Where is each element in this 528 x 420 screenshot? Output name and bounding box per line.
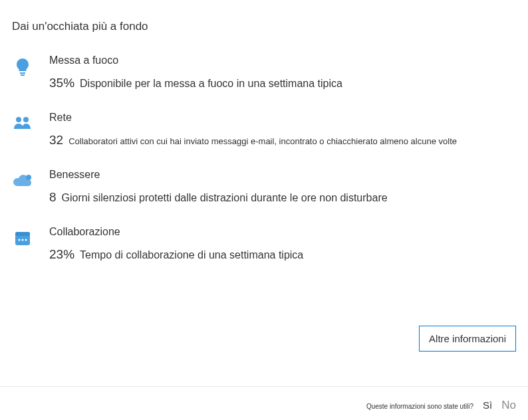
insights-container: Dai un'occhiata più a fondo Messa a fuoc…	[0, 0, 528, 262]
insight-description: Giorni silenziosi protetti dalle distraz…	[62, 192, 388, 204]
insight-description: Collaboratori attivi con cui hai inviato…	[68, 136, 457, 146]
insight-value: 8	[49, 190, 57, 205]
divider	[0, 386, 528, 387]
svg-point-3	[23, 117, 29, 122]
insight-label: Collaborazione	[49, 226, 516, 238]
calendar-icon	[12, 227, 33, 249]
insight-description: Disponibile per la messa a fuoco in una …	[80, 78, 342, 90]
section-title: Dai un'occhiata più a fondo	[12, 20, 516, 33]
insight-label: Rete	[49, 112, 516, 124]
insight-value: 32	[49, 133, 63, 148]
insight-label: Messa a fuoco	[49, 54, 516, 66]
svg-point-2	[16, 117, 21, 122]
insight-description: Tempo di collaborazione di una settimana…	[80, 249, 303, 261]
svg-point-9	[25, 239, 27, 241]
feedback-footer: Queste informazioni sono state utili? Sì…	[366, 399, 516, 412]
insight-value: 35%	[49, 76, 74, 90]
insight-wellbeing: Benessere 8 Giorni silenziosi protetti d…	[12, 169, 516, 205]
cloud-icon	[12, 170, 33, 191]
svg-rect-0	[20, 72, 25, 74]
svg-point-8	[22, 239, 24, 241]
svg-rect-6	[15, 232, 30, 236]
feedback-question: Queste informazioni sono state utili?	[366, 403, 473, 410]
feedback-yes-button[interactable]: Sì	[483, 399, 492, 411]
people-icon	[12, 113, 33, 134]
insight-network: Rete 32 Collaboratori attivi con cui hai…	[12, 112, 516, 148]
insight-focus: Messa a fuoco 35% Disponibile per la mes…	[12, 54, 516, 90]
more-info-button[interactable]: Altre informazioni	[419, 326, 516, 352]
insight-label: Benessere	[49, 169, 516, 181]
insight-collaboration: Collaborazione 23% Tempo di collaborazio…	[12, 226, 516, 262]
svg-point-7	[19, 239, 21, 241]
svg-point-4	[26, 175, 31, 180]
insight-value: 23%	[49, 247, 74, 262]
feedback-no-button[interactable]: No	[501, 399, 516, 412]
lightbulb-icon	[12, 56, 33, 77]
svg-rect-1	[21, 74, 25, 76]
